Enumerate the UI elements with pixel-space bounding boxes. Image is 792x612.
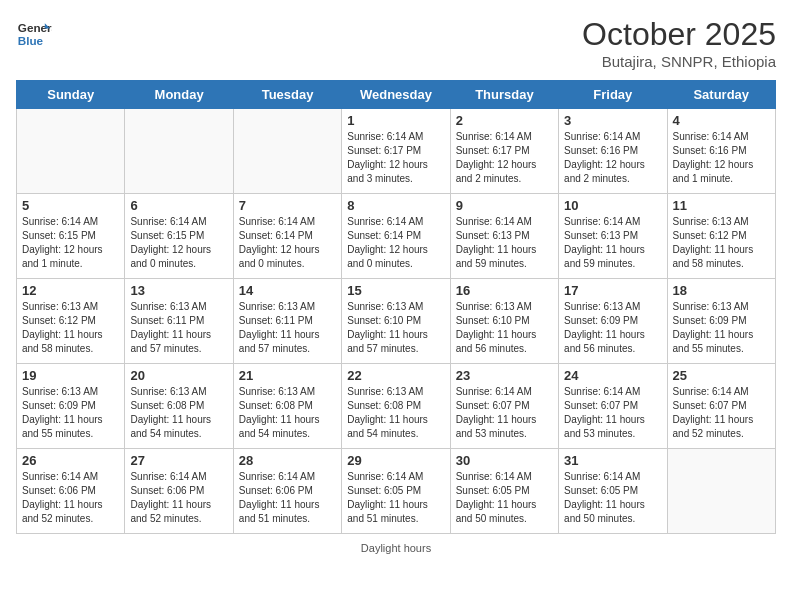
day-info: Sunrise: 6:14 AM Sunset: 6:13 PM Dayligh…	[564, 215, 661, 271]
calendar-cell: 6Sunrise: 6:14 AM Sunset: 6:15 PM Daylig…	[125, 194, 233, 279]
calendar-header: SundayMondayTuesdayWednesdayThursdayFrid…	[17, 81, 776, 109]
day-info: Sunrise: 6:13 AM Sunset: 6:11 PM Dayligh…	[239, 300, 336, 356]
day-info: Sunrise: 6:13 AM Sunset: 6:08 PM Dayligh…	[347, 385, 444, 441]
svg-text:Blue: Blue	[18, 34, 44, 47]
calendar-cell: 20Sunrise: 6:13 AM Sunset: 6:08 PM Dayli…	[125, 364, 233, 449]
day-number: 21	[239, 368, 336, 383]
day-info: Sunrise: 6:13 AM Sunset: 6:09 PM Dayligh…	[673, 300, 770, 356]
day-number: 3	[564, 113, 661, 128]
day-number: 28	[239, 453, 336, 468]
day-info: Sunrise: 6:13 AM Sunset: 6:10 PM Dayligh…	[456, 300, 553, 356]
calendar-cell	[125, 109, 233, 194]
calendar-cell: 7Sunrise: 6:14 AM Sunset: 6:14 PM Daylig…	[233, 194, 341, 279]
day-info: Sunrise: 6:14 AM Sunset: 6:05 PM Dayligh…	[456, 470, 553, 526]
day-number: 25	[673, 368, 770, 383]
day-info: Sunrise: 6:14 AM Sunset: 6:07 PM Dayligh…	[456, 385, 553, 441]
day-info: Sunrise: 6:13 AM Sunset: 6:12 PM Dayligh…	[673, 215, 770, 271]
calendar-cell: 14Sunrise: 6:13 AM Sunset: 6:11 PM Dayli…	[233, 279, 341, 364]
day-number: 19	[22, 368, 119, 383]
footer-note: Daylight hours	[16, 542, 776, 554]
day-number: 29	[347, 453, 444, 468]
col-header-sunday: Sunday	[17, 81, 125, 109]
location-subtitle: Butajira, SNNPR, Ethiopia	[582, 53, 776, 70]
day-info: Sunrise: 6:13 AM Sunset: 6:10 PM Dayligh…	[347, 300, 444, 356]
logo-icon: General Blue	[16, 16, 52, 52]
calendar-cell: 11Sunrise: 6:13 AM Sunset: 6:12 PM Dayli…	[667, 194, 775, 279]
calendar-cell: 23Sunrise: 6:14 AM Sunset: 6:07 PM Dayli…	[450, 364, 558, 449]
col-header-tuesday: Tuesday	[233, 81, 341, 109]
day-number: 17	[564, 283, 661, 298]
day-number: 23	[456, 368, 553, 383]
calendar-cell	[17, 109, 125, 194]
day-info: Sunrise: 6:13 AM Sunset: 6:09 PM Dayligh…	[564, 300, 661, 356]
calendar-cell: 30Sunrise: 6:14 AM Sunset: 6:05 PM Dayli…	[450, 449, 558, 534]
day-info: Sunrise: 6:14 AM Sunset: 6:13 PM Dayligh…	[456, 215, 553, 271]
day-info: Sunrise: 6:14 AM Sunset: 6:05 PM Dayligh…	[564, 470, 661, 526]
day-info: Sunrise: 6:14 AM Sunset: 6:07 PM Dayligh…	[564, 385, 661, 441]
day-number: 9	[456, 198, 553, 213]
calendar-cell: 10Sunrise: 6:14 AM Sunset: 6:13 PM Dayli…	[559, 194, 667, 279]
col-header-wednesday: Wednesday	[342, 81, 450, 109]
day-info: Sunrise: 6:14 AM Sunset: 6:15 PM Dayligh…	[130, 215, 227, 271]
day-number: 2	[456, 113, 553, 128]
day-number: 6	[130, 198, 227, 213]
title-block: October 2025 Butajira, SNNPR, Ethiopia	[582, 16, 776, 70]
calendar-cell: 19Sunrise: 6:13 AM Sunset: 6:09 PM Dayli…	[17, 364, 125, 449]
day-info: Sunrise: 6:14 AM Sunset: 6:05 PM Dayligh…	[347, 470, 444, 526]
day-info: Sunrise: 6:14 AM Sunset: 6:14 PM Dayligh…	[239, 215, 336, 271]
day-number: 11	[673, 198, 770, 213]
calendar-cell: 2Sunrise: 6:14 AM Sunset: 6:17 PM Daylig…	[450, 109, 558, 194]
calendar-cell: 12Sunrise: 6:13 AM Sunset: 6:12 PM Dayli…	[17, 279, 125, 364]
page-header: General Blue October 2025 Butajira, SNNP…	[16, 16, 776, 70]
day-info: Sunrise: 6:14 AM Sunset: 6:16 PM Dayligh…	[673, 130, 770, 186]
day-info: Sunrise: 6:13 AM Sunset: 6:09 PM Dayligh…	[22, 385, 119, 441]
day-number: 4	[673, 113, 770, 128]
calendar-cell: 16Sunrise: 6:13 AM Sunset: 6:10 PM Dayli…	[450, 279, 558, 364]
day-info: Sunrise: 6:14 AM Sunset: 6:17 PM Dayligh…	[347, 130, 444, 186]
col-header-thursday: Thursday	[450, 81, 558, 109]
day-number: 10	[564, 198, 661, 213]
day-info: Sunrise: 6:14 AM Sunset: 6:15 PM Dayligh…	[22, 215, 119, 271]
calendar-cell: 15Sunrise: 6:13 AM Sunset: 6:10 PM Dayli…	[342, 279, 450, 364]
day-number: 12	[22, 283, 119, 298]
day-number: 15	[347, 283, 444, 298]
day-number: 24	[564, 368, 661, 383]
day-number: 8	[347, 198, 444, 213]
calendar-cell: 4Sunrise: 6:14 AM Sunset: 6:16 PM Daylig…	[667, 109, 775, 194]
day-number: 14	[239, 283, 336, 298]
calendar-cell: 5Sunrise: 6:14 AM Sunset: 6:15 PM Daylig…	[17, 194, 125, 279]
calendar-cell: 27Sunrise: 6:14 AM Sunset: 6:06 PM Dayli…	[125, 449, 233, 534]
day-info: Sunrise: 6:13 AM Sunset: 6:12 PM Dayligh…	[22, 300, 119, 356]
calendar-cell: 28Sunrise: 6:14 AM Sunset: 6:06 PM Dayli…	[233, 449, 341, 534]
calendar-cell: 8Sunrise: 6:14 AM Sunset: 6:14 PM Daylig…	[342, 194, 450, 279]
day-number: 7	[239, 198, 336, 213]
day-number: 5	[22, 198, 119, 213]
day-info: Sunrise: 6:13 AM Sunset: 6:08 PM Dayligh…	[130, 385, 227, 441]
day-number: 30	[456, 453, 553, 468]
daylight-label: Daylight hours	[361, 542, 431, 554]
day-info: Sunrise: 6:14 AM Sunset: 6:17 PM Dayligh…	[456, 130, 553, 186]
calendar-cell: 31Sunrise: 6:14 AM Sunset: 6:05 PM Dayli…	[559, 449, 667, 534]
calendar-cell: 13Sunrise: 6:13 AM Sunset: 6:11 PM Dayli…	[125, 279, 233, 364]
month-title: October 2025	[582, 16, 776, 53]
day-number: 26	[22, 453, 119, 468]
calendar-cell: 26Sunrise: 6:14 AM Sunset: 6:06 PM Dayli…	[17, 449, 125, 534]
calendar-cell: 3Sunrise: 6:14 AM Sunset: 6:16 PM Daylig…	[559, 109, 667, 194]
day-info: Sunrise: 6:14 AM Sunset: 6:06 PM Dayligh…	[130, 470, 227, 526]
logo: General Blue	[16, 16, 52, 52]
col-header-monday: Monday	[125, 81, 233, 109]
calendar-cell: 1Sunrise: 6:14 AM Sunset: 6:17 PM Daylig…	[342, 109, 450, 194]
day-number: 20	[130, 368, 227, 383]
day-info: Sunrise: 6:14 AM Sunset: 6:07 PM Dayligh…	[673, 385, 770, 441]
calendar-cell: 22Sunrise: 6:13 AM Sunset: 6:08 PM Dayli…	[342, 364, 450, 449]
calendar-cell: 18Sunrise: 6:13 AM Sunset: 6:09 PM Dayli…	[667, 279, 775, 364]
col-header-saturday: Saturday	[667, 81, 775, 109]
day-number: 16	[456, 283, 553, 298]
day-number: 22	[347, 368, 444, 383]
day-info: Sunrise: 6:14 AM Sunset: 6:06 PM Dayligh…	[239, 470, 336, 526]
calendar-cell: 21Sunrise: 6:13 AM Sunset: 6:08 PM Dayli…	[233, 364, 341, 449]
day-number: 13	[130, 283, 227, 298]
calendar-cell: 9Sunrise: 6:14 AM Sunset: 6:13 PM Daylig…	[450, 194, 558, 279]
calendar-cell: 29Sunrise: 6:14 AM Sunset: 6:05 PM Dayli…	[342, 449, 450, 534]
calendar-cell	[233, 109, 341, 194]
